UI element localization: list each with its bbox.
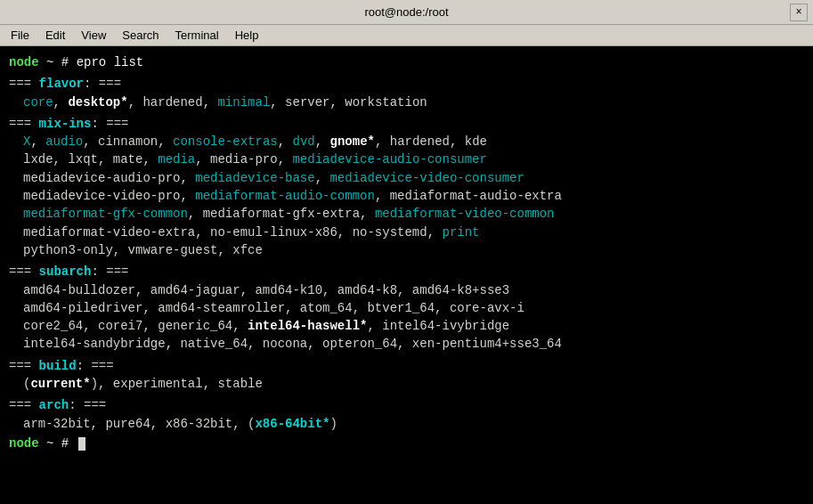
final-prompt-line: node ~ # — [9, 435, 804, 452]
mixins-line-1: X, audio, cinnamon, console-extras, dvd,… — [23, 133, 804, 150]
menu-edit[interactable]: Edit — [38, 27, 72, 44]
subarch-line-4: intel64-sandybridge, native_64, nocona, … — [23, 335, 804, 353]
build-header-line: === build: === — [9, 357, 804, 375]
subarch-content: amd64-bulldozer, amd64-jaguar, amd64-k10… — [9, 281, 804, 354]
close-button[interactable]: × — [790, 4, 808, 21]
mixins-line-3: mediadevice-audio-pro, mediadevice-base,… — [23, 169, 804, 187]
mixins-line-7: python3-only, vmware-guest, xfce — [23, 241, 804, 259]
subarch-line-2: amd64-piledriver, amd64-steamroller, ato… — [23, 299, 804, 317]
terminal[interactable]: node ~ # epro list === flavor: === core,… — [0, 46, 813, 504]
cursor-block — [78, 437, 85, 451]
flavor-content: core, desktop*, hardened, minimal, serve… — [9, 93, 804, 111]
menu-bar: File Edit View Search Terminal Help — [0, 25, 813, 46]
mixins-line-4: mediadevice-video-pro, mediaformat-audio… — [23, 187, 804, 205]
mixins-content: X, audio, cinnamon, console-extras, dvd,… — [9, 133, 804, 259]
subarch-line-3: core2_64, corei7, generic_64, intel64-ha… — [23, 317, 804, 335]
menu-search[interactable]: Search — [115, 27, 166, 44]
menu-terminal[interactable]: Terminal — [168, 27, 226, 44]
menu-help[interactable]: Help — [228, 27, 266, 44]
mixins-header-line: === mix-ins: === — [9, 115, 804, 133]
command-line: node ~ # epro list — [9, 53, 804, 71]
arch-content: arm-32bit, pure64, x86-32bit, (x86-64bit… — [9, 415, 804, 433]
build-content: (current*), experimental, stable — [9, 375, 804, 393]
menu-file[interactable]: File — [4, 27, 37, 44]
mixins-line-2: lxde, lxqt, mate, media, media-pro, medi… — [23, 150, 804, 168]
menu-view[interactable]: View — [74, 27, 113, 44]
mixins-line-5: mediaformat-gfx-common, mediaformat-gfx-… — [23, 205, 804, 223]
title-bar-text: root@node:/root — [364, 5, 448, 19]
mixins-line-6: mediaformat-video-extra, no-emul-linux-x… — [23, 224, 804, 241]
flavor-header-line: === flavor: === — [9, 75, 804, 93]
subarch-header-line: === subarch: === — [9, 263, 804, 280]
arch-header-line: === arch: === — [9, 396, 804, 414]
subarch-line-1: amd64-bulldozer, amd64-jaguar, amd64-k10… — [23, 281, 804, 299]
title-bar: root@node:/root × — [0, 0, 813, 25]
